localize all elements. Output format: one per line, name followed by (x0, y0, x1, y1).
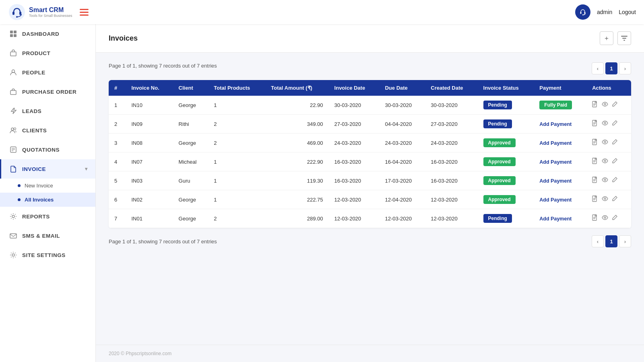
next-page-top[interactable]: › (619, 62, 631, 74)
cell-invoice-no: IN10 (126, 96, 173, 115)
cell-invoice-no: IN07 (126, 152, 173, 171)
cell-due-date: 12-04-2020 (379, 190, 425, 209)
cell-invoice-date: 30-03-2020 (329, 96, 380, 115)
add-payment-link[interactable]: Add Payment (539, 197, 572, 203)
cell-payment[interactable]: Fully Paid (534, 96, 586, 115)
edit-icon[interactable] (611, 177, 618, 185)
cell-created-date: 30-03-2020 (425, 96, 477, 115)
edit-icon[interactable] (611, 158, 618, 166)
sidebar-label-clients: CLIENTS (22, 128, 47, 134)
sidebar-item-quotations[interactable]: QUOTATIONS (0, 140, 95, 159)
logout-link[interactable]: Logout (619, 9, 636, 15)
sidebar-label-sms-email: SMS & EMAIL (22, 233, 60, 239)
cell-actions (586, 171, 631, 190)
page-1-bottom[interactable]: 1 (605, 235, 617, 247)
page-1-top[interactable]: 1 (605, 62, 617, 74)
cell-created-date: 27-03-2020 (425, 115, 477, 134)
sidebar-item-sms-email[interactable]: SMS & EMAIL (0, 226, 95, 245)
cell-actions (586, 209, 631, 228)
sidebar-subitem-new-invoice[interactable]: New Invoice (0, 179, 95, 193)
col-invoice-date: Invoice Date (329, 80, 380, 96)
next-page-bottom[interactable]: › (619, 235, 631, 247)
filter-button[interactable] (617, 31, 631, 45)
cell-payment[interactable]: Add Payment (534, 171, 586, 190)
prev-page-top[interactable]: ‹ (592, 62, 604, 74)
cell-status: Pending (478, 96, 534, 115)
sidebar-item-clients[interactable]: CLIENTS (0, 121, 95, 140)
table-row: 5 IN03 Guru 1 119.30 16-03-2020 17-03-20… (109, 171, 631, 190)
pdf-icon[interactable] (592, 101, 599, 109)
edit-icon[interactable] (611, 120, 618, 128)
sidebar-item-dashboard[interactable]: DASHBOARD (0, 24, 95, 43)
sidebar-item-site-settings[interactable]: SITE SETTINGS (0, 245, 95, 265)
cell-num: 4 (109, 152, 126, 171)
sidebar-subitem-all-invoices[interactable]: All Invoices (0, 193, 95, 207)
sidebar-label-reports: REPORTS (22, 214, 50, 220)
pdf-icon[interactable] (592, 177, 599, 185)
edit-icon[interactable] (611, 195, 618, 204)
sidebar-item-product[interactable]: PRODUCT (0, 43, 95, 63)
col-payment: Payment (534, 80, 586, 96)
cell-client: George (173, 96, 208, 115)
svg-rect-14 (10, 90, 16, 95)
admin-link[interactable]: admin (597, 9, 612, 15)
view-icon[interactable] (602, 214, 608, 222)
header-actions: ＋ (600, 31, 631, 45)
cell-due-date: 16-04-2020 (379, 152, 425, 171)
svg-point-59 (604, 198, 606, 200)
sidebar-item-leads[interactable]: LEADS (0, 101, 95, 121)
pdf-icon[interactable] (592, 195, 599, 204)
status-badge: Approved (483, 138, 516, 147)
view-icon[interactable] (602, 139, 608, 147)
sidebar-item-people[interactable]: PEOPLE (0, 63, 95, 82)
cell-num: 6 (109, 190, 126, 209)
status-badge: Pending (483, 101, 512, 109)
cell-invoice-date: 24-03-2020 (329, 134, 380, 152)
view-icon[interactable] (602, 120, 608, 128)
edit-icon[interactable] (611, 101, 618, 109)
cell-payment[interactable]: Add Payment (534, 115, 586, 134)
sidebar-label-quotations: QUOTATIONS (22, 147, 60, 153)
table-row: 3 IN08 George 2 469.00 24-03-2020 24-03-… (109, 134, 631, 152)
sidebar-item-purchase-order[interactable]: PURCHASE ORDER (0, 82, 95, 101)
svg-point-16 (14, 128, 16, 130)
sidebar-item-reports[interactable]: REPORTS (0, 207, 95, 226)
view-icon[interactable] (602, 101, 608, 109)
cell-payment[interactable]: Add Payment (534, 134, 586, 152)
add-invoice-button[interactable]: ＋ (600, 31, 613, 45)
cell-total-amount: 469.00 (265, 134, 328, 152)
pdf-icon[interactable] (592, 214, 599, 222)
svg-point-53 (604, 179, 606, 181)
view-icon[interactable] (602, 195, 608, 204)
view-icon[interactable] (602, 158, 608, 166)
sidebar: DASHBOARD PRODUCT PEOPLE PURCHASE ORDER (0, 24, 96, 362)
cell-total-products: 1 (208, 190, 265, 209)
svg-point-65 (604, 217, 606, 218)
view-icon[interactable] (602, 177, 608, 185)
hamburger-menu[interactable] (80, 9, 89, 16)
edit-icon[interactable] (611, 214, 618, 222)
add-payment-link[interactable]: Add Payment (539, 140, 572, 146)
pdf-icon[interactable] (592, 158, 599, 166)
page-header: Invoices ＋ (96, 24, 644, 53)
add-payment-link[interactable]: Add Payment (539, 121, 572, 127)
sidebar-label-product: PRODUCT (22, 50, 50, 56)
add-payment-link[interactable]: Add Payment (539, 216, 572, 222)
cell-payment[interactable]: Add Payment (534, 152, 586, 171)
svg-point-23 (12, 254, 14, 256)
logo-icon (8, 3, 26, 21)
svg-rect-5 (580, 12, 582, 14)
pdf-icon[interactable] (592, 139, 599, 147)
pdf-icon[interactable] (592, 120, 599, 128)
cell-payment[interactable]: Add Payment (534, 190, 586, 209)
cell-invoice-date: 27-03-2020 (329, 115, 380, 134)
add-payment-link[interactable]: Add Payment (539, 178, 572, 184)
status-badge: Approved (483, 176, 516, 185)
prev-page-bottom[interactable]: ‹ (592, 235, 604, 247)
edit-icon[interactable] (611, 139, 618, 147)
sidebar-item-invoice[interactable]: INVOICE ▾ (0, 159, 95, 179)
pagination-bottom: Page 1 of 1, showing 7 records out of 7 … (109, 235, 631, 247)
svg-point-35 (604, 122, 606, 124)
add-payment-link[interactable]: Add Payment (539, 159, 572, 165)
cell-payment[interactable]: Add Payment (534, 209, 586, 228)
